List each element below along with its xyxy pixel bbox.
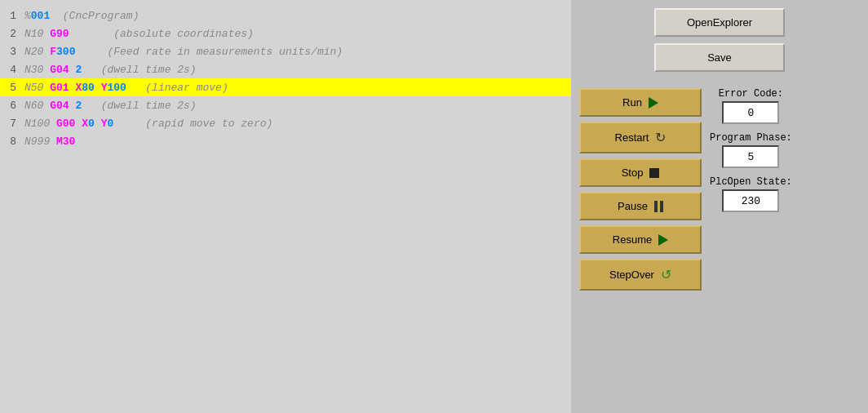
- controls-right: Error Code: 0 Program Phase: 5 PlcOpen S…: [710, 88, 792, 405]
- pause-label: Pause: [618, 200, 648, 212]
- code-line-1: 1%001 (CncProgram): [0, 7, 571, 24]
- right-panel: OpenExplorer Save Run Restart ↻ Stop Pau…: [571, 0, 868, 413]
- resume-button[interactable]: Resume: [579, 225, 702, 254]
- error-code-box: Error Code: 0: [710, 88, 792, 124]
- plcopen-state-box: PlcOpen State: 230: [710, 176, 792, 212]
- line-content-1: %001 (CncProgram): [24, 10, 571, 22]
- line-content-7: N100 G00 X0 Y0 (rapid move to zero): [24, 118, 571, 130]
- line-number-3: 3: [0, 46, 24, 58]
- code-line-4: 4N30 G04 2 (dwell time 2s): [0, 60, 571, 78]
- line-content-4: N30 G04 2 (dwell time 2s): [24, 64, 571, 76]
- plcopen-state-label: PlcOpen State:: [710, 176, 792, 188]
- run-label: Run: [622, 96, 642, 109]
- code-line-8: 8N999 M30: [0, 132, 571, 150]
- pause-icon: [654, 201, 663, 212]
- line-number-1: 1: [0, 10, 24, 22]
- run-button[interactable]: Run: [579, 88, 702, 117]
- stop-label: Stop: [622, 167, 644, 179]
- code-line-3: 3N20 F300 (Feed rate in measurements uni…: [0, 42, 571, 60]
- program-phase-value: 5: [722, 145, 779, 168]
- restart-label: Restart: [615, 131, 649, 144]
- line-number-4: 4: [0, 64, 24, 76]
- play-icon: [649, 97, 658, 109]
- step-over-icon: ↺: [661, 267, 671, 282]
- error-code-value: 0: [722, 101, 779, 124]
- restart-icon: ↻: [655, 130, 666, 145]
- line-content-5: N50 G01 X80 Y100 (linear move): [24, 82, 571, 94]
- error-code-label: Error Code:: [719, 88, 783, 100]
- program-phase-label: Program Phase:: [710, 132, 792, 144]
- line-number-5: 5: [0, 82, 24, 94]
- line-number-7: 7: [0, 118, 24, 130]
- controls-row: Run Restart ↻ Stop Pause Resume StepOver: [579, 88, 860, 405]
- save-button[interactable]: Save: [654, 43, 785, 72]
- line-content-2: N10 G90 (absolute coordinates): [24, 28, 571, 40]
- line-number-6: 6: [0, 100, 24, 112]
- line-content-6: N60 G04 2 (dwell time 2s): [24, 100, 571, 112]
- restart-button[interactable]: Restart ↻: [579, 122, 702, 153]
- step-over-button[interactable]: StepOver ↺: [579, 259, 702, 291]
- code-line-2: 2N10 G90 (absolute coordinates): [0, 24, 571, 42]
- code-line-5: 5N50 G01 X80 Y100 (linear move): [0, 78, 571, 96]
- plcopen-state-value: 230: [722, 189, 779, 212]
- code-line-6: 6N60 G04 2 (dwell time 2s): [0, 96, 571, 114]
- line-content-3: N20 F300 (Feed rate in measurements unit…: [24, 46, 571, 58]
- resume-play-icon: [658, 234, 668, 246]
- stop-icon: [649, 168, 659, 178]
- line-number-2: 2: [0, 28, 24, 40]
- stop-button[interactable]: Stop: [579, 158, 702, 187]
- program-phase-box: Program Phase: 5: [710, 132, 792, 168]
- top-buttons: OpenExplorer Save: [579, 8, 860, 72]
- open-explorer-button[interactable]: OpenExplorer: [654, 8, 785, 37]
- step-over-label: StepOver: [609, 269, 654, 281]
- line-content-8: N999 M30: [24, 135, 571, 148]
- code-line-7: 7N100 G00 X0 Y0 (rapid move to zero): [0, 114, 571, 132]
- resume-label: Resume: [613, 233, 652, 246]
- pause-button[interactable]: Pause: [579, 192, 702, 220]
- line-number-8: 8: [0, 135, 24, 148]
- code-editor: 1%001 (CncProgram)2N10 G90 (absolute coo…: [0, 0, 571, 413]
- controls-left: Run Restart ↻ Stop Pause Resume StepOver: [579, 88, 702, 405]
